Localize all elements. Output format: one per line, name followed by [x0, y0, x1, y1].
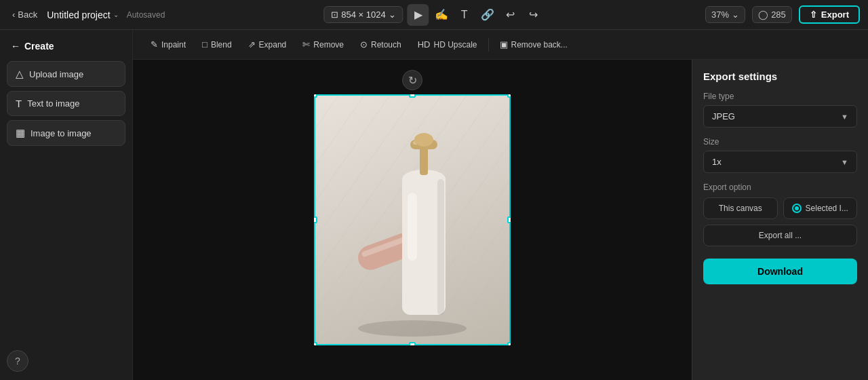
remove-icon: ✄	[302, 39, 310, 50]
toolbar: ✎ Inpaint □ Blend ⇗ Expand ✄ Remove ⊙ Re…	[133, 30, 868, 60]
main-area: ← Create △ Upload image T Text to image …	[0, 30, 868, 380]
remove-back-label: Remove back...	[511, 40, 568, 50]
toolbar-retouch[interactable]: ⊙ Retouch	[353, 36, 408, 53]
sidebar-header: ← Create	[7, 38, 125, 57]
toolbar-remove[interactable]: ✄ Remove	[296, 36, 351, 53]
export-option-label: Export option	[703, 183, 857, 192]
image-to-image-icon: ▦	[16, 127, 25, 139]
cosmetics-illustration	[314, 94, 511, 345]
toolbar-remove-back[interactable]: ▣ Remove back...	[493, 36, 574, 53]
help-button[interactable]: ?	[7, 350, 28, 372]
left-sidebar: ← Create △ Upload image T Text to image …	[0, 30, 133, 380]
project-name: Untitled project	[47, 10, 110, 20]
sidebar-item-upload[interactable]: △ Upload image	[7, 61, 125, 87]
handle-tl[interactable]	[314, 94, 317, 98]
topbar-center: ⊡ 854 × 1024 ⌄ ▶ ✍ T 🔗 ↩ ↪	[323, 4, 544, 26]
selected-layer-button[interactable]: Selected I...	[783, 197, 858, 219]
text-tool-button[interactable]: T	[454, 4, 475, 26]
file-type-section: File type JPEG ▼	[703, 92, 857, 128]
upload-icon: △	[16, 68, 24, 80]
refresh-icon: ↻	[408, 74, 417, 87]
refresh-canvas-button[interactable]: ↻	[402, 70, 422, 90]
select-tool-button[interactable]: ▶	[408, 4, 429, 26]
remove-label: Remove	[313, 40, 344, 50]
handle-tr[interactable]	[507, 94, 511, 98]
credits-button[interactable]: ◯ 285	[752, 6, 792, 23]
radio-dot-inner	[795, 206, 799, 210]
canvas-size-value: 854 × 1024	[341, 10, 385, 20]
retouch-label: Retouch	[371, 40, 401, 50]
zoom-value: 37%	[711, 10, 729, 20]
text-to-image-icon: T	[16, 98, 22, 109]
toolbar-inpaint[interactable]: ✎ Inpaint	[144, 36, 193, 53]
hd-upscale-icon: HD	[418, 39, 431, 50]
topbar-left: ‹ Back Untitled project ⌄ Autosaved	[8, 7, 165, 22]
sidebar-item-image-to-image[interactable]: ▦ Image to image	[7, 120, 125, 146]
expand-icon: ⇗	[248, 39, 256, 50]
file-type-label: File type	[703, 92, 857, 101]
tool-group: ▶ ✍ T 🔗 ↩ ↪	[408, 4, 545, 26]
export-all-label: Export all ...	[759, 231, 802, 240]
export-button[interactable]: ⇧ Export	[799, 5, 860, 24]
back-button[interactable]: ‹ Back	[8, 7, 41, 22]
canvas-image-wrapper: ↻	[314, 94, 511, 345]
svg-rect-12	[437, 179, 444, 315]
hand-tool-button[interactable]: ✍	[431, 4, 452, 26]
svg-rect-7	[408, 193, 417, 261]
project-chevron-icon: ⌄	[113, 11, 119, 18]
image-to-image-label: Image to image	[31, 128, 92, 138]
resize-icon: ⊡	[331, 10, 338, 20]
svg-point-1	[358, 320, 467, 337]
anchor-tool-button[interactable]: 🔗	[477, 4, 498, 26]
handle-tm[interactable]	[409, 94, 416, 98]
help-icon: ?	[15, 356, 20, 366]
back-label: Back	[18, 10, 37, 20]
expand-label: Expand	[259, 40, 287, 50]
size-dropdown[interactable]: 1x ▼	[703, 151, 857, 173]
toolbar-separator	[488, 38, 489, 52]
handle-br[interactable]	[507, 342, 511, 345]
file-type-value: JPEG	[712, 111, 735, 121]
export-panel-title: Export settings	[703, 71, 857, 82]
download-label: Download	[757, 266, 803, 277]
export-all-button[interactable]: Export all ...	[703, 225, 857, 246]
back-arrow-icon: ‹	[12, 10, 15, 20]
hd-upscale-label: HD Upscale	[433, 40, 477, 50]
retouch-icon: ⊙	[360, 39, 368, 50]
file-type-chevron-icon: ▼	[841, 113, 848, 121]
canvas-and-panel: ↻	[133, 60, 868, 380]
canvas-size-button[interactable]: ⊡ 854 × 1024 ⌄	[323, 6, 403, 23]
selected-label: Selected I...	[806, 204, 848, 213]
undo-button[interactable]: ↩	[500, 4, 521, 26]
toolbar-blend[interactable]: □ Blend	[195, 36, 239, 53]
this-canvas-button[interactable]: This canvas	[703, 197, 778, 219]
redo-button[interactable]: ↪	[523, 4, 545, 26]
export-option-section: Export option This canvas Selected I...	[703, 183, 857, 246]
cosmetics-background	[314, 94, 511, 345]
blend-icon: □	[202, 39, 208, 50]
file-type-dropdown[interactable]: JPEG ▼	[703, 105, 857, 128]
canvas-container[interactable]: ↻	[133, 60, 692, 380]
handle-bl[interactable]	[314, 342, 317, 345]
size-section: Size 1x ▼	[703, 137, 857, 173]
remove-back-icon: ▣	[500, 39, 508, 50]
toolbar-hd-upscale[interactable]: HD HD Upscale	[411, 36, 484, 53]
svg-point-11	[414, 133, 433, 147]
handle-mr[interactable]	[507, 216, 511, 223]
autosaved-label: Autosaved	[127, 10, 165, 20]
canvas-size-chevron: ⌄	[389, 10, 396, 20]
credits-icon: ◯	[758, 10, 768, 20]
project-name-group[interactable]: Untitled project ⌄	[47, 10, 118, 20]
handle-bm[interactable]	[409, 342, 416, 345]
this-canvas-label: This canvas	[719, 204, 762, 213]
toolbar-expand[interactable]: ⇗ Expand	[241, 36, 294, 53]
text-to-image-label: Text to image	[27, 98, 79, 109]
export-label: Export	[821, 10, 849, 20]
zoom-button[interactable]: 37% ⌄	[705, 6, 745, 23]
handle-ml[interactable]	[314, 216, 317, 223]
content-area: ✎ Inpaint □ Blend ⇗ Expand ✄ Remove ⊙ Re…	[133, 30, 868, 380]
blend-label: Blend	[211, 40, 232, 50]
download-button[interactable]: Download	[703, 259, 857, 284]
sidebar-item-text-to-image[interactable]: T Text to image	[7, 91, 125, 116]
sidebar-back-icon: ←	[11, 41, 20, 52]
